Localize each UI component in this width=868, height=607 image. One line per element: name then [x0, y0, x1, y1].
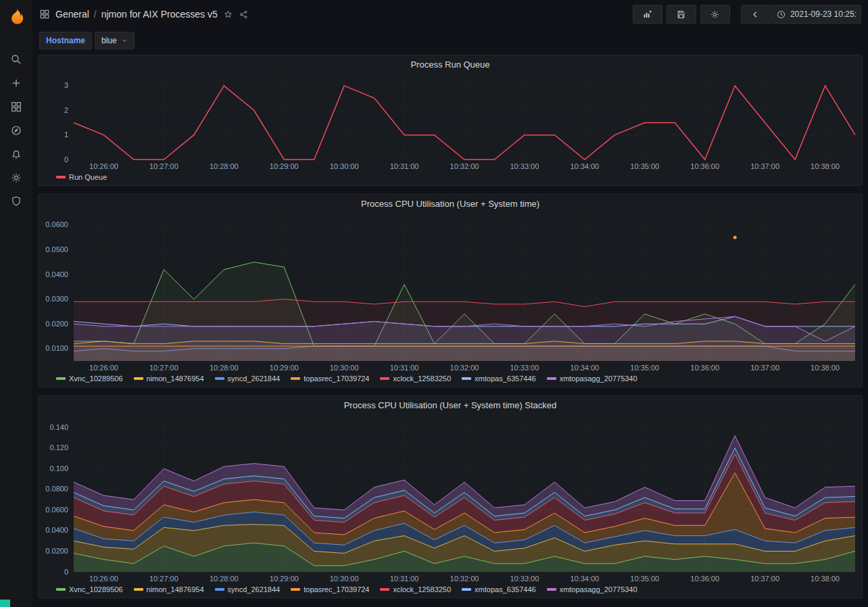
caret-down-icon [121, 37, 128, 44]
gear-icon [10, 172, 22, 184]
svg-text:10:26:00: 10:26:00 [89, 575, 118, 583]
panel-title[interactable]: Process CPU Utilisation (User + System t… [39, 195, 862, 212]
legend-item-xclock_12583250[interactable]: xclock_12583250 [380, 374, 451, 383]
legend-label: Run Queue [69, 173, 107, 181]
sidebar-item-explore[interactable] [0, 118, 32, 142]
svg-text:10:36:00: 10:36:00 [690, 364, 719, 372]
breadcrumb: General / njmon for AIX Processes v5 [55, 9, 218, 20]
top-navbar: General / njmon for AIX Processes v5 [32, 0, 868, 28]
legend-item-xmtopasagg_20775340[interactable]: xmtopasagg_20775340 [547, 374, 637, 383]
sidebar-item-configuration[interactable] [0, 166, 32, 189]
variable-value-dropdown[interactable]: blue [95, 32, 135, 49]
svg-text:0.120: 0.120 [49, 443, 68, 452]
time-controls: 2021-09-23 10:25: [741, 5, 861, 24]
legend-item-topasrec_17039724[interactable]: topasrec_17039724 [291, 585, 369, 593]
legend-label: topasrec_17039724 [304, 585, 369, 593]
bell-icon [10, 148, 22, 160]
svg-text:10:28:00: 10:28:00 [210, 162, 239, 170]
legend-item-xmtopas_6357446[interactable]: xmtopas_6357446 [462, 585, 536, 593]
legend-item-nimon_14876954[interactable]: nimon_14876954 [134, 585, 204, 593]
chart-legend: Xvnc_10289506nimon_14876954syncd_2621844… [39, 584, 862, 598]
legend-item-nimon_14876954[interactable]: nimon_14876954 [134, 374, 204, 383]
svg-text:0.140: 0.140 [49, 423, 68, 431]
legend-label: syncd_2621844 [228, 374, 281, 383]
svg-text:0.0600: 0.0600 [45, 506, 68, 514]
svg-text:10:37:00: 10:37:00 [750, 575, 779, 583]
main-area: General / njmon for AIX Processes v5 [32, 0, 868, 607]
svg-text:10:34:00: 10:34:00 [570, 575, 599, 583]
grafana-logo[interactable] [0, 3, 32, 30]
save-icon [676, 9, 686, 20]
gear-icon [710, 9, 720, 20]
legend-label: topasrec_17039724 [304, 374, 369, 383]
sidebar-item-alerting[interactable] [0, 142, 32, 166]
svg-text:0.0400: 0.0400 [45, 526, 68, 534]
legend-label: syncd_2621844 [228, 585, 281, 593]
svg-text:10:27:00: 10:27:00 [149, 575, 178, 583]
legend-swatch [134, 377, 143, 380]
sidebar-item-create[interactable] [0, 71, 32, 95]
svg-text:10:33:00: 10:33:00 [510, 364, 539, 372]
svg-text:0.0600: 0.0600 [45, 220, 68, 228]
svg-text:10:34:00: 10:34:00 [570, 364, 599, 372]
cpu-utilisation-chart[interactable]: 0.01000.02000.03000.04000.05000.060010:2… [39, 212, 862, 373]
chart-legend: Run Queue [39, 172, 862, 185]
panel-title[interactable]: Process Run Queue [39, 55, 862, 73]
share-dashboard-button[interactable] [239, 9, 249, 20]
legend-item-topasrec_17039724[interactable]: topasrec_17039724 [291, 374, 369, 383]
legend-swatch [56, 176, 66, 178]
svg-text:10:33:00: 10:33:00 [510, 162, 539, 170]
svg-text:10:28:00: 10:28:00 [210, 364, 239, 372]
svg-text:0: 0 [64, 568, 68, 576]
add-panel-button[interactable] [633, 5, 662, 24]
breadcrumb-section[interactable]: General [55, 9, 89, 20]
save-dashboard-button[interactable] [667, 5, 696, 24]
plus-icon [10, 77, 22, 89]
dashboard-settings-button[interactable] [700, 5, 730, 24]
clock-icon [776, 9, 786, 20]
time-shift-back-button[interactable] [741, 5, 771, 24]
shield-icon [10, 195, 22, 208]
grafana-app: General / njmon for AIX Processes v5 [0, 0, 868, 607]
compass-icon [10, 124, 22, 137]
navbar-actions: 2021-09-23 10:25: [633, 5, 861, 24]
sidebar-item-dashboards[interactable] [0, 95, 32, 118]
legend-item-syncd_2621844[interactable]: syncd_2621844 [215, 585, 281, 593]
legend-label: Xvnc_10289506 [69, 374, 123, 383]
legend-label: xmtopasagg_20775340 [560, 374, 637, 383]
svg-text:10:36:00: 10:36:00 [690, 575, 719, 583]
legend-label: xclock_12583250 [393, 374, 451, 383]
legend-item-Xvnc_10289506[interactable]: Xvnc_10289506 [56, 585, 123, 593]
sidebar-item-server-admin[interactable] [0, 189, 32, 213]
run-queue-chart[interactable]: 012310:26:0010:27:0010:28:0010:29:0010:3… [39, 73, 862, 172]
svg-text:10:32:00: 10:32:00 [450, 364, 479, 372]
sidebar-item-search[interactable] [0, 47, 32, 71]
breadcrumb-dashboard-title: njmon for AIX Processes v5 [101, 9, 218, 20]
time-picker-button[interactable]: 2021-09-23 10:25: [771, 5, 861, 24]
dashboards-icon [10, 101, 22, 113]
legend-item-xmtopasagg_20775340[interactable]: xmtopasagg_20775340 [547, 585, 637, 593]
svg-text:0: 0 [64, 155, 68, 164]
legend-item-Xvnc_10289506[interactable]: Xvnc_10289506 [56, 374, 123, 383]
breadcrumb-separator: / [94, 9, 97, 20]
star-dashboard-button[interactable] [223, 9, 233, 20]
svg-text:10:29:00: 10:29:00 [270, 364, 299, 372]
dashboard-submenu: Hostname blue [32, 28, 868, 55]
search-icon [10, 53, 22, 66]
legend-swatch [462, 588, 471, 591]
legend-item-xmtopas_6357446[interactable]: xmtopas_6357446 [462, 374, 536, 383]
legend-item-Run Queue[interactable]: Run Queue [56, 173, 107, 181]
panel-title[interactable]: Process CPU Utilisation (User + System t… [39, 396, 862, 414]
chart-legend: Xvnc_10289506nimon_14876954syncd_2621844… [39, 373, 862, 387]
cpu-utilisation-stacked-chart[interactable]: 00.02000.04000.06000.08000.1000.1200.140… [39, 414, 862, 584]
svg-text:10:29:00: 10:29:00 [270, 162, 299, 170]
legend-swatch [56, 588, 66, 591]
svg-text:10:31:00: 10:31:00 [390, 575, 419, 583]
svg-text:0.0200: 0.0200 [45, 547, 68, 555]
panel-cpu-utilisation-stacked: Process CPU Utilisation (User + System t… [38, 395, 863, 598]
legend-swatch [380, 377, 389, 380]
legend-item-syncd_2621844[interactable]: syncd_2621844 [215, 374, 281, 383]
legend-item-xclock_12583250[interactable]: xclock_12583250 [380, 585, 451, 593]
svg-text:10:35:00: 10:35:00 [630, 162, 659, 170]
svg-text:2: 2 [64, 106, 68, 114]
